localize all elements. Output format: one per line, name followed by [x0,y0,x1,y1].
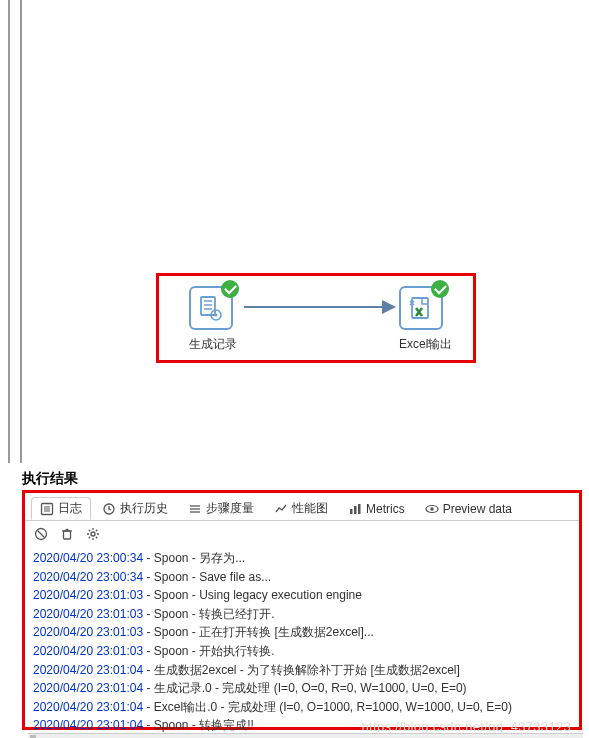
excel-output-icon [408,295,434,321]
tab-performance[interactable]: 性能图 [265,497,337,520]
node-excel-output[interactable]: Excel输出 [399,286,452,353]
svg-line-31 [96,537,97,538]
log-timestamp: 2020/04/20 23:01:04 [33,663,143,677]
log-line: 2020/04/20 23:00:34 - Spoon - Save file … [33,568,571,587]
success-check-icon [431,280,449,298]
log-timestamp: 2020/04/20 23:01:04 [33,718,143,732]
log-timestamp: 2020/04/20 23:00:34 [33,570,143,584]
log-message: Spoon - 另存为... [154,551,245,565]
svg-line-32 [89,537,90,538]
log-line: 2020/04/20 23:01:04 - 生成记录.0 - 完成处理 (I=0… [33,679,571,698]
svg-rect-22 [64,531,71,539]
log-line: 2020/04/20 23:01:03 - Spoon - Using lega… [33,586,571,605]
log-message: Spoon - Using legacy execution engine [154,588,362,602]
watermark: https://blog.csdn.net/qq_43733123 [362,719,571,734]
log-message: 生成记录.0 - 完成处理 (I=0, O=0, R=0, W=1000, U=… [154,681,467,695]
chart-icon [274,502,288,516]
log-icon [40,502,54,516]
log-line: 2020/04/20 23:01:04 - 生成数据2excel - 为了转换解… [33,661,571,680]
tab-step-metrics[interactable]: 步骤度量 [179,497,263,520]
log-timestamp: 2020/04/20 23:01:04 [33,681,143,695]
svg-line-33 [96,530,97,531]
log-line: 2020/04/20 23:01:03 - Spoon - 转换已经打开. [33,605,571,624]
success-check-icon [221,280,239,298]
svg-line-30 [89,530,90,531]
node-label: 生成记录 [189,336,237,353]
svg-point-5 [215,314,218,317]
tab-metrics[interactable]: Metrics [339,499,414,519]
tab-label: 执行历史 [120,500,168,517]
log-timestamp: 2020/04/20 23:01:03 [33,588,143,602]
execution-results-panel: 日志 执行历史 步骤度量 性能图 Metrics [22,490,582,730]
log-message: Spoon - 开始执行转换. [154,644,275,658]
svg-line-21 [38,531,45,538]
tab-label: 性能图 [292,500,328,517]
log-timestamp: 2020/04/20 23:01:03 [33,625,143,639]
log-message: Excel输出.0 - 完成处理 (I=0, O=1000, R=1000, W… [154,700,512,714]
tab-label: Metrics [366,502,405,516]
tab-label: 步骤度量 [206,500,254,517]
svg-rect-0 [201,297,215,315]
history-icon [102,502,116,516]
log-message: 生成数据2excel - 为了转换解除补丁开始 [生成数据2excel] [154,663,460,677]
tab-history[interactable]: 执行历史 [93,497,177,520]
generate-records-icon [198,295,224,321]
flow-arrow [244,306,394,308]
log-message: Spoon - 转换已经打开. [154,607,275,621]
node-label: Excel输出 [399,336,452,353]
horizontal-scrollbar[interactable] [28,733,583,738]
results-section-title: 执行结果 [22,470,78,488]
tab-preview-data[interactable]: Preview data [416,499,521,519]
svg-point-19 [430,507,434,511]
log-timestamp: 2020/04/20 23:00:34 [33,551,143,565]
stop-button[interactable] [33,526,49,542]
tab-label: 日志 [58,500,82,517]
log-line: 2020/04/20 23:00:34 - Spoon - 另存为... [33,549,571,568]
tab-label: Preview data [443,502,512,516]
log-line: 2020/04/20 23:01:03 - Spoon - 开始执行转换. [33,642,571,661]
log-timestamp: 2020/04/20 23:01:04 [33,700,143,714]
tab-log[interactable]: 日志 [31,497,91,520]
svg-point-25 [91,532,95,536]
flow-highlight-box: 生成记录 Excel输出 [156,273,476,363]
log-toolbar [25,521,579,547]
metrics-icon [348,502,362,516]
svg-rect-15 [350,509,353,514]
results-tabs: 日志 执行历史 步骤度量 性能图 Metrics [25,493,579,521]
eye-icon [425,502,439,516]
list-icon [188,502,202,516]
node-generate-records[interactable]: 生成记录 [189,286,237,353]
svg-rect-17 [358,504,361,514]
log-timestamp: 2020/04/20 23:01:03 [33,607,143,621]
settings-button[interactable] [85,526,101,542]
clear-button[interactable] [59,526,75,542]
log-line: 2020/04/20 23:01:04 - Excel输出.0 - 完成处理 (… [33,698,571,717]
log-timestamp: 2020/04/20 23:01:03 [33,644,143,658]
log-line: 2020/04/20 23:01:03 - Spoon - 正在打开转换 [生成… [33,623,571,642]
log-message: Spoon - 转换完成!! [154,718,254,732]
transformation-canvas[interactable]: 生成记录 Excel输出 [28,0,583,463]
svg-rect-16 [354,506,357,514]
log-message: Spoon - 正在打开转换 [生成数据2excel]... [154,625,374,639]
log-message: Spoon - Save file as... [154,570,271,584]
log-output[interactable]: 2020/04/20 23:00:34 - Spoon - 另存为...2020… [25,547,579,738]
